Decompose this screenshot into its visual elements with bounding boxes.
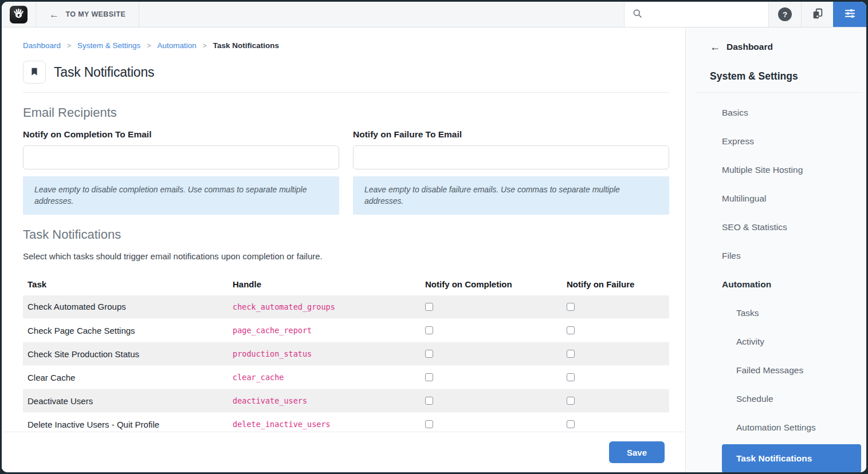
failure-email-input[interactable] [353, 145, 669, 169]
breadcrumb: Dashboard > System & Settings > Automati… [23, 41, 669, 50]
task-name: Deactivate Users [23, 389, 228, 413]
failure-email-label: Notify on Failure To Email [353, 129, 669, 140]
window-frame: ← TO MY WEBSITE ? [0, 0, 868, 474]
sidebar-item-multilingual[interactable]: Multilingual [686, 184, 866, 213]
tasks-table: Task Handle Notify on Completion Notify … [23, 274, 669, 432]
topbar-spacer [139, 2, 624, 27]
save-button[interactable]: Save [609, 441, 665, 463]
settings-button[interactable] [833, 2, 866, 27]
sidebar-back-dashboard[interactable]: ← Dashboard [710, 41, 866, 53]
notify-failure-checkbox[interactable] [567, 397, 575, 405]
main-scroll-area[interactable]: Dashboard > System & Settings > Automati… [2, 27, 685, 432]
completion-email-field: Notify on Completion To Email Leave empt… [23, 129, 339, 215]
notify-completion-checkbox[interactable] [425, 303, 433, 311]
admin-app: ← TO MY WEBSITE ? [2, 2, 866, 472]
breadcrumb-separator: > [203, 42, 207, 50]
completion-email-input[interactable] [23, 145, 339, 169]
table-row: Clear Cache clear_cache [23, 366, 669, 389]
sidebar-item-seo-statistics[interactable]: SEO & Statistics [686, 213, 866, 242]
page-title: Task Notifications [54, 65, 154, 80]
sidebar-divider [696, 92, 861, 93]
task-notifications-description: Select which tasks should trigger email … [23, 251, 669, 261]
table-row: Delete Inactive Users - Quit Profile del… [23, 413, 669, 432]
sidebar-item-files[interactable]: Files [686, 242, 866, 270]
sliders-icon [843, 7, 857, 22]
app-logo[interactable] [10, 6, 28, 23]
back-arrow-icon: ← [49, 10, 59, 19]
sidebar-item-activity[interactable]: Activity [686, 327, 866, 356]
task-name: Check Automated Groups [23, 295, 228, 319]
back-arrow-icon: ← [710, 41, 720, 53]
sidebar-nav: Basics Express Multiple Site Hosting Mul… [686, 98, 866, 472]
breadcrumb-separator: > [67, 42, 71, 50]
bookmark-icon [29, 66, 40, 79]
completion-email-note: Leave empty to disable completion emails… [23, 176, 339, 215]
task-name: Check Site Production Status [23, 342, 228, 366]
column-header-notify-completion: Notify on Completion [421, 274, 562, 295]
column-header-notify-failure: Notify on Failure [562, 274, 669, 295]
task-name: Delete Inactive Users - Quit Profile [23, 413, 228, 432]
breadcrumb-current: Task Notifications [213, 41, 279, 50]
notify-failure-checkbox[interactable] [567, 350, 575, 358]
breadcrumb-link-system-settings[interactable]: System & Settings [77, 41, 140, 50]
notify-failure-checkbox[interactable] [567, 420, 575, 428]
breadcrumb-link-dashboard[interactable]: Dashboard [23, 41, 61, 50]
pages-button[interactable] [801, 2, 833, 27]
breadcrumb-separator: > [147, 42, 151, 50]
task-handle: clear_cache [228, 366, 421, 389]
sidebar-item-express[interactable]: Express [686, 127, 866, 156]
notify-failure-checkbox[interactable] [567, 373, 575, 381]
main-panel: Dashboard > System & Settings > Automati… [2, 27, 685, 472]
notify-completion-checkbox[interactable] [425, 350, 433, 358]
sidebar-heading: System & Settings [710, 70, 866, 84]
task-handle: deactivate_users [228, 389, 421, 413]
table-header-row: Task Handle Notify on Completion Notify … [23, 274, 669, 295]
notify-failure-checkbox[interactable] [567, 326, 575, 334]
column-header-handle: Handle [228, 274, 421, 295]
sidebar-item-multiple-site-hosting[interactable]: Multiple Site Hosting [686, 156, 866, 184]
breadcrumb-link-automation[interactable]: Automation [157, 41, 196, 50]
sidebar-item-schedule[interactable]: Schedule [686, 385, 866, 413]
notify-completion-checkbox[interactable] [425, 397, 433, 405]
bookmark-button[interactable] [23, 61, 46, 84]
hand-logo-icon [13, 7, 25, 22]
help-button[interactable]: ? [769, 2, 801, 27]
save-bar: Save [2, 432, 685, 472]
task-name: Check Page Cache Settings [23, 319, 228, 342]
failure-email-field: Notify on Failure To Email Leave empty t… [353, 129, 669, 215]
to-my-website-label: TO MY WEBSITE [65, 10, 125, 18]
notify-completion-checkbox[interactable] [425, 420, 433, 428]
search-icon [632, 8, 643, 21]
top-bar: ← TO MY WEBSITE ? [2, 2, 866, 27]
sidebar-item-automation[interactable]: Automation [686, 270, 866, 299]
sidebar-item-failed-messages[interactable]: Failed Messages [686, 356, 866, 385]
sidebar-item-task-notifications[interactable]: Task Notifications [722, 444, 861, 472]
table-row: Deactivate Users deactivate_users [23, 389, 669, 413]
task-name: Clear Cache [23, 366, 228, 389]
sidebar-item-basics[interactable]: Basics [686, 98, 866, 127]
sidebar-item-automation-settings[interactable]: Automation Settings [686, 413, 866, 442]
task-handle: check_automated_groups [228, 295, 421, 319]
global-search [624, 2, 769, 27]
notify-completion-checkbox[interactable] [425, 326, 433, 334]
task-handle: delete_inactive_users [228, 413, 421, 432]
column-header-task: Task [23, 274, 228, 295]
table-row: Check Page Cache Settings page_cache_rep… [23, 319, 669, 342]
email-recipients-heading: Email Recipients [23, 105, 669, 120]
sidebar-item-tasks[interactable]: Tasks [686, 299, 866, 327]
to-my-website-button[interactable]: ← TO MY WEBSITE [36, 2, 139, 27]
table-row: Check Automated Groups check_automated_g… [23, 295, 669, 319]
settings-sidebar: ← Dashboard System & Settings Basics Exp… [685, 27, 866, 472]
pages-icon [811, 7, 824, 22]
notify-completion-checkbox[interactable] [425, 373, 433, 381]
sidebar-back-label: Dashboard [726, 42, 773, 52]
task-handle: page_cache_report [228, 319, 421, 342]
table-row: Check Site Production Status production_… [23, 342, 669, 366]
title-divider [23, 92, 669, 93]
completion-email-label: Notify on Completion To Email [23, 129, 339, 140]
search-input[interactable] [647, 2, 768, 27]
task-handle: production_status [228, 342, 421, 366]
notify-failure-checkbox[interactable] [567, 303, 575, 311]
help-icon: ? [778, 7, 792, 21]
failure-email-note: Leave empty to disable failure emails. U… [353, 176, 669, 215]
